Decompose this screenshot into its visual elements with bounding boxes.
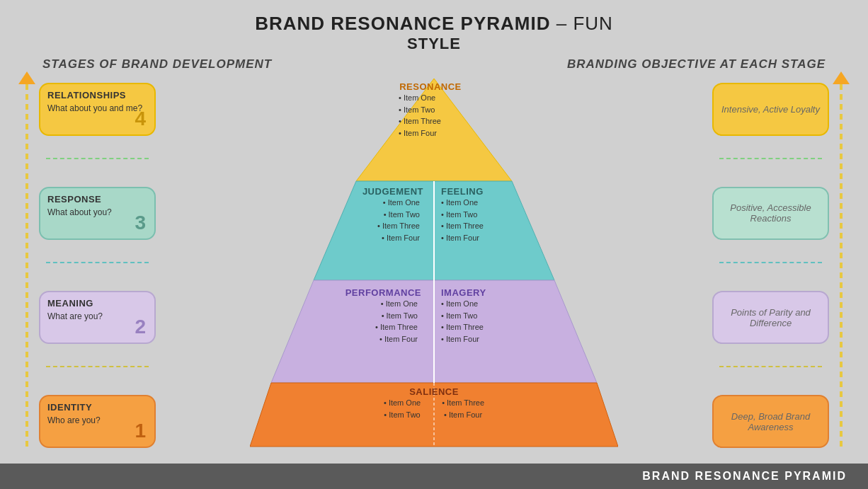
obj-text-reactions: Positive, Accessible Reactions (721, 202, 821, 224)
resonance-items: Item One Item Two Item Three Item Four (384, 92, 476, 139)
stage-num-relationships: 4 (135, 108, 146, 130)
salience-title: SALIENCE (342, 386, 526, 397)
arrow-up-icon (18, 71, 35, 84)
resonance-item-4: Item Four (399, 127, 476, 139)
obj-text-parity: Points of Parity and Difference (721, 307, 821, 328)
feeling-item-4: Item Four (441, 232, 544, 244)
performance-item-4: Item Four (294, 333, 418, 345)
header-title: BRAND RESONANCE PYRAMID – FUN (0, 13, 868, 35)
obj-box-reactions: Positive, Accessible Reactions (712, 187, 829, 240)
section-labels: STAGES of BRAND DEVELOPMENT BRANDING OBJ… (0, 57, 868, 71)
salience-item-4: Item Four (442, 409, 484, 421)
stage-num-meaning: 2 (135, 316, 146, 338)
right-arrow-up-icon (833, 71, 850, 84)
title-main: BRAND RESONANCE PYRAMID (255, 13, 550, 34)
judgement-item-2: Item Two (321, 209, 420, 221)
salience-item-1: Item One (384, 397, 421, 409)
salience-item-3: Item Three (442, 397, 484, 409)
stage-text-identity: Who are you? (47, 415, 147, 425)
judgement-title: JUDGEMENT (321, 186, 423, 197)
obj-box-parity: Points of Parity and Difference (712, 291, 829, 344)
performance-items: Item One Item Two Item Three Item Four (294, 298, 421, 345)
stage-box-relationships: RELATIONSHIPS What about you and me? 4 (39, 83, 156, 136)
footer: BRAND RESONANCE PYRAMID (0, 464, 868, 489)
stage-box-response: RESPONSE What about you? 3 (39, 187, 156, 240)
salience-section: SALIENCE Item One Item Two Item Three It… (342, 386, 526, 420)
imagery-title: IMAGERY (441, 287, 569, 298)
stage-title-response: RESPONSE (47, 194, 147, 205)
obj-text-awareness: Deep, Broad Brand Awareness (721, 411, 821, 432)
left-arrow (20, 71, 34, 449)
objective-boxes: Intensive, Active Loyalty Positive, Acce… (712, 71, 854, 456)
resonance-title: RESONANCE (384, 81, 476, 92)
performance-item-3: Item Three (294, 321, 418, 333)
title-style: STYLE (0, 35, 868, 53)
right-dashed-green (719, 158, 822, 165)
salience-item-2: Item Two (384, 409, 421, 421)
left-column: RELATIONSHIPS What about you and me? 4 R… (7, 71, 163, 456)
stage-num-identity: 1 (135, 420, 146, 442)
stage-text-relationships: What about you and me? (47, 103, 147, 113)
performance-item-1: Item One (294, 298, 418, 310)
right-column: Intensive, Active Loyalty Positive, Acce… (705, 71, 861, 456)
stage-box-identity: IDENTITY Who are you? 1 (39, 395, 156, 448)
dashed-line-yellow (46, 366, 149, 373)
feeling-items: Item One Item Two Item Three Item Four (441, 197, 544, 243)
judgement-item-4: Item Four (321, 232, 420, 244)
judgement-items: Item One Item Two Item Three Item Four (321, 197, 423, 243)
dashed-line-teal (46, 262, 149, 269)
imagery-item-3: Item Three (441, 321, 569, 333)
judgement-item-1: Item One (321, 197, 420, 209)
right-section-label: BRANDING OBJECTIVE at EACH STAGE (567, 57, 826, 71)
salience-right-items: Item Three Item Four (442, 397, 484, 420)
performance-item-2: Item Two (294, 310, 418, 322)
left-section-label: STAGES of BRAND DEVELOPMENT (42, 57, 272, 71)
imagery-item-2: Item Two (441, 310, 569, 322)
main-container: BRAND RESONANCE PYRAMID – FUN STYLE STAG… (0, 0, 868, 489)
resonance-item-3: Item Three (399, 115, 476, 127)
stage-num-response: 3 (135, 212, 146, 234)
salience-items-container: Item One Item Two Item Three Item Four (342, 397, 526, 420)
title-dash: – FUN (551, 13, 613, 34)
judgement-section: JUDGEMENT Item One Item Two Item Three I… (321, 186, 423, 243)
feeling-item-3: Item Three (441, 220, 544, 232)
obj-box-loyalty: Intensive, Active Loyalty (712, 83, 829, 136)
stage-text-meaning: What are you? (47, 311, 147, 321)
footer-text: BRAND RESONANCE PYRAMID (642, 470, 847, 483)
arrow-line (25, 84, 28, 449)
right-arrow (834, 71, 848, 449)
stage-box-meaning: MEANING What are you? 2 (39, 291, 156, 344)
resonance-item-2: Item Two (399, 104, 476, 116)
resonance-item-1: Item One (399, 92, 476, 104)
feeling-item-1: Item One (441, 197, 544, 209)
performance-title: PERFORMANCE (294, 287, 421, 298)
imagery-items: Item One Item Two Item Three Item Four (441, 298, 569, 345)
content-area: RELATIONSHIPS What about you and me? 4 R… (0, 71, 868, 464)
right-dashed-yellow (719, 366, 822, 373)
resonance-section: RESONANCE Item One Item Two Item Three I… (384, 81, 476, 139)
feeling-item-2: Item Two (441, 209, 544, 221)
imagery-item-4: Item Four (441, 333, 569, 345)
center-column: RESONANCE Item One Item Two Item Three I… (163, 71, 705, 456)
right-dashed-teal (719, 262, 822, 269)
feeling-title: FEELING (441, 186, 544, 197)
right-arrow-line (840, 84, 843, 449)
salience-left-items: Item One Item Two (384, 397, 421, 420)
performance-section: PERFORMANCE Item One Item Two Item Three… (294, 287, 421, 345)
judgement-item-3: Item Three (321, 220, 420, 232)
obj-box-awareness: Deep, Broad Brand Awareness (712, 395, 829, 448)
pyramid-labels: RESONANCE Item One Item Two Item Three I… (250, 71, 618, 454)
header: BRAND RESONANCE PYRAMID – FUN STYLE (0, 0, 868, 56)
imagery-section: IMAGERY Item One Item Two Item Three Ite… (441, 287, 569, 345)
stage-title-meaning: MEANING (47, 298, 147, 309)
stage-title-identity: IDENTITY (47, 402, 147, 413)
stage-boxes: RELATIONSHIPS What about you and me? 4 R… (14, 71, 156, 456)
feeling-section: FEELING Item One Item Two Item Three Ite… (441, 186, 544, 243)
stage-text-response: What about you? (47, 207, 147, 217)
imagery-item-1: Item One (441, 298, 569, 310)
obj-text-loyalty: Intensive, Active Loyalty (721, 104, 820, 115)
dashed-line-green (46, 158, 149, 165)
stage-title-relationships: RELATIONSHIPS (47, 90, 147, 100)
